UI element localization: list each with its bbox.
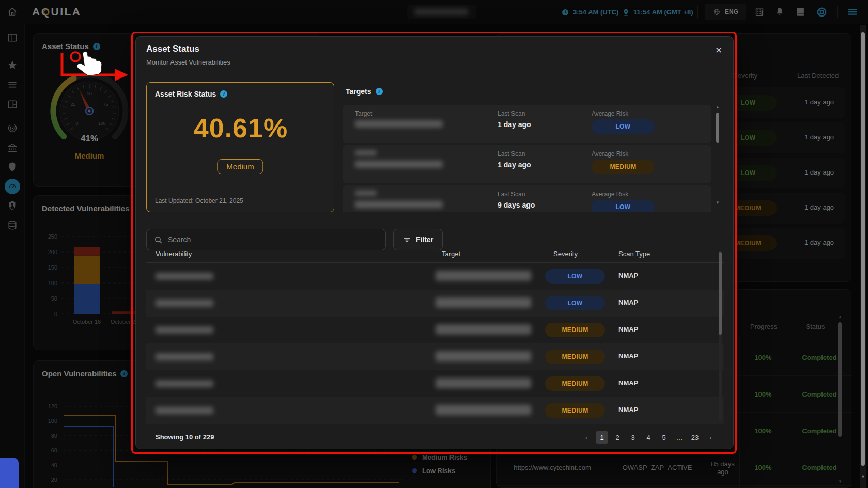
targets-title-text: Targets — [346, 87, 371, 96]
last-scan-label: Last Scan — [498, 110, 525, 117]
close-icon[interactable]: ✕ — [711, 43, 726, 57]
risk-card-title-text: Asset Risk Status — [155, 90, 216, 98]
vulnerability-column-header: Vulnerability — [156, 250, 192, 258]
page-button-…[interactable]: … — [673, 431, 686, 444]
search-input[interactable] — [168, 235, 364, 244]
table-row[interactable]: MEDIUMNMAP — [146, 343, 724, 370]
vulnerability-table: Vulnerability Target Severity Scan Type … — [146, 247, 724, 424]
blurred-label — [355, 150, 377, 155]
blurred-vulnerability-name — [156, 380, 213, 387]
bottom-left-blue-widget[interactable] — [0, 458, 19, 488]
blurred-target-value — [436, 297, 531, 308]
table-row[interactable]: LOWNMAP — [146, 263, 724, 290]
next-page-button[interactable]: › — [704, 431, 717, 444]
page-button-4[interactable]: 4 — [642, 431, 655, 444]
scan-type-column-header: Scan Type — [618, 250, 650, 258]
scan-type-value: NMAP — [618, 406, 638, 414]
average-risk-label: Average Risk — [592, 150, 628, 158]
info-icon[interactable]: i — [220, 90, 227, 98]
targets-rows: TargetLast Scan1 day agoAverage RiskLOWL… — [343, 105, 712, 212]
target-value — [355, 201, 443, 208]
last-scan-value: 9 days ago — [498, 201, 535, 209]
blurred-vulnerability-name — [156, 326, 213, 334]
page-button-5[interactable]: 5 — [658, 431, 670, 444]
severity-badge: LOW — [545, 296, 605, 310]
table-row[interactable]: MEDIUMNMAP — [146, 370, 724, 397]
average-risk-badge: LOW — [592, 200, 655, 212]
table-scrollbar[interactable] — [719, 251, 722, 421]
severity-badge: LOW — [545, 269, 605, 284]
target-row: TargetLast Scan1 day agoAverage RiskLOW — [343, 105, 711, 143]
targets-title: Targets i — [346, 87, 383, 96]
page-button-1[interactable]: 1 — [596, 431, 608, 444]
table-row[interactable]: MEDIUMNMAP — [146, 397, 724, 424]
blurred-target-value — [436, 378, 531, 388]
target-column-header: Target — [442, 250, 460, 258]
blurred-target-value — [355, 201, 443, 208]
scan-type-value: NMAP — [618, 379, 638, 387]
page-scrollbar[interactable]: ▼ — [860, 25, 866, 488]
targets-panel: Targets i TargetLast Scan1 day agoAverag… — [343, 82, 724, 212]
blurred-target-value — [436, 324, 531, 335]
blurred-target-value — [355, 161, 443, 168]
modal-subtitle: Monitor Asset Vulnerabilities — [146, 58, 230, 66]
scan-type-value: NMAP — [618, 298, 638, 306]
risk-level-badge: Medium — [217, 159, 263, 174]
vulnerability-table-header: Vulnerability Target Severity Scan Type — [146, 247, 724, 263]
blurred-label — [355, 191, 377, 196]
page-button-2[interactable]: 2 — [611, 431, 624, 444]
blurred-vulnerability-name — [156, 407, 213, 414]
target-value — [355, 161, 443, 168]
page-scrollbar-thumb[interactable] — [861, 32, 865, 466]
blurred-vulnerability-name — [156, 273, 213, 280]
last-scan-label: Last Scan — [498, 191, 525, 198]
severity-badge: MEDIUM — [545, 323, 605, 337]
filter-icon — [402, 235, 411, 244]
scan-type-value: NMAP — [618, 272, 638, 279]
modal-title: Asset Status — [146, 44, 199, 54]
last-scan-value: 1 day ago — [498, 161, 531, 169]
scrollbar-thumb[interactable] — [716, 113, 719, 143]
scroll-down-icon[interactable]: ▼ — [716, 200, 720, 205]
pagination-bar: Showing 10 of 229 ‹12345…23› — [146, 424, 724, 449]
app-root: AQUILAAQUILA 3:54 AM (UTC) 11:54 AM (GMT… — [0, 0, 868, 488]
severity-badge: MEDIUM — [545, 350, 605, 364]
scroll-up-icon[interactable]: ▲ — [716, 105, 720, 109]
risk-card-title: Asset Risk Status i — [155, 90, 227, 98]
target-value — [355, 120, 443, 128]
risk-percentage: 40.61% — [147, 113, 335, 144]
prev-page-button[interactable]: ‹ — [580, 431, 593, 444]
modal-divider — [146, 73, 724, 73]
blurred-target-value — [355, 120, 443, 128]
blurred-vulnerability-name — [156, 300, 213, 307]
table-row[interactable]: LOWNMAP — [146, 290, 724, 317]
target-row: Last Scan9 days agoAverage RiskLOW — [343, 185, 711, 212]
filter-label: Filter — [416, 235, 433, 244]
target-label: Target — [355, 110, 372, 117]
page-button-3[interactable]: 3 — [627, 431, 639, 444]
last-scan-label: Last Scan — [498, 150, 525, 158]
scroll-down-icon[interactable]: ▼ — [861, 474, 865, 479]
blurred-target-value — [436, 405, 531, 415]
search-icon — [154, 235, 163, 244]
results-summary: Showing 10 of 229 — [156, 433, 214, 441]
blurred-vulnerability-name — [156, 353, 213, 360]
targets-scrollbar[interactable]: ▲ ▼ — [716, 105, 720, 205]
last-scan-value: 1 day ago — [498, 120, 531, 129]
scrollbar-thumb[interactable] — [719, 252, 722, 335]
table-row[interactable]: MEDIUMNMAP — [146, 317, 724, 343]
severity-badge: MEDIUM — [545, 376, 605, 391]
average-risk-badge: LOW — [592, 119, 655, 134]
target-row: Last Scan1 day agoAverage RiskMEDIUM — [343, 145, 711, 183]
blurred-target-value — [436, 271, 531, 281]
average-risk-label: Average Risk — [592, 110, 628, 117]
vulnerability-table-rows: LOWNMAPLOWNMAPMEDIUMNMAPMEDIUMNMAPMEDIUM… — [146, 263, 724, 424]
asset-risk-status-card: Asset Risk Status i 40.61% Medium Last U… — [146, 82, 334, 212]
average-risk-label: Average Risk — [592, 191, 628, 198]
scan-type-value: NMAP — [618, 325, 638, 333]
scan-type-value: NMAP — [618, 352, 638, 360]
page-button-23[interactable]: 23 — [689, 431, 701, 444]
pager: ‹12345…23› — [580, 431, 717, 444]
info-icon[interactable]: i — [376, 88, 383, 95]
blurred-target-value — [436, 351, 531, 361]
